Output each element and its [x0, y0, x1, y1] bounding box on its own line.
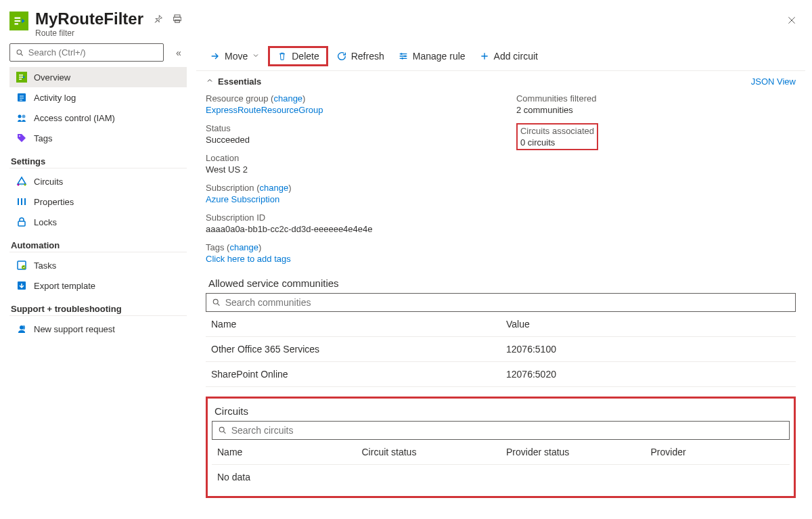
- export-icon: [16, 280, 27, 291]
- table-row[interactable]: SharePoint Online12076:5020: [206, 362, 796, 387]
- page-subtitle: Route filter: [35, 28, 143, 38]
- table-row[interactable]: Other Office 365 Services12076:5100: [206, 337, 796, 362]
- essentials-header[interactable]: Essentials JSON View: [206, 76, 796, 87]
- delete-label: Delete: [292, 51, 319, 62]
- json-view-link[interactable]: JSON View: [751, 76, 796, 87]
- column-header[interactable]: Provider status: [501, 440, 646, 465]
- essentials-field: Subscription (change)Azure Subscription: [206, 183, 516, 204]
- chevron-up-icon: [206, 76, 214, 87]
- svg-rect-16: [18, 221, 25, 226]
- plus-icon: [479, 51, 490, 62]
- collapse-sidebar-icon[interactable]: «: [171, 47, 187, 58]
- move-icon: [210, 51, 221, 62]
- column-header[interactable]: Provider: [646, 440, 790, 465]
- sidebar-item-activity-log[interactable]: Activity log: [9, 87, 187, 108]
- sidebar-item-label: Export template: [34, 281, 95, 291]
- essentials-left-column: Resource group (change)ExpressRouteResou…: [206, 93, 516, 264]
- column-header[interactable]: Circuit status: [357, 440, 501, 465]
- cell-name: SharePoint Online: [206, 362, 501, 387]
- field-label: Resource group (change): [206, 93, 516, 104]
- sidebar-item-new-support-request[interactable]: New support request: [9, 319, 187, 339]
- field-label: Circuits associated: [520, 126, 594, 136]
- blade-header: MyRouteFilter Route filter: [0, 0, 812, 42]
- communities-table: NameValue Other Office 365 Services12076…: [206, 312, 796, 387]
- essentials-field: LocationWest US 2: [206, 153, 516, 175]
- sidebar-item-properties[interactable]: Properties: [9, 191, 187, 212]
- print-icon[interactable]: [172, 14, 184, 26]
- move-button[interactable]: Move: [204, 48, 265, 64]
- delete-button[interactable]: Delete: [271, 48, 324, 64]
- svg-point-9: [19, 135, 20, 137]
- move-label: Move: [225, 51, 248, 62]
- field-value[interactable]: ExpressRouteResourceGroup: [206, 105, 516, 115]
- change-link[interactable]: change: [273, 93, 302, 104]
- command-bar: Move Delete Refresh Manage rule Add circ…: [196, 42, 805, 71]
- field-label: Status: [206, 123, 516, 133]
- circuits-search-input[interactable]: [231, 425, 784, 436]
- essentials-section: Essentials JSON View Resource group (cha…: [196, 71, 805, 269]
- column-header[interactable]: Value: [501, 312, 796, 337]
- column-header[interactable]: Name: [206, 312, 501, 337]
- field-label: Tags (change): [206, 242, 516, 252]
- change-link[interactable]: change: [259, 183, 288, 193]
- sidebar-item-tasks[interactable]: Tasks: [9, 255, 187, 275]
- sidebar-item-locks[interactable]: Locks: [9, 212, 187, 232]
- close-icon[interactable]: [784, 12, 800, 32]
- sidebar-item-overview[interactable]: Overview: [9, 67, 187, 87]
- svg-point-4: [17, 49, 21, 53]
- svg-rect-14: [21, 202, 22, 204]
- svg-rect-3: [175, 20, 180, 22]
- circuits-search[interactable]: [212, 421, 790, 440]
- sidebar-item-tags[interactable]: Tags: [9, 128, 187, 148]
- chevron-down-icon: [252, 51, 260, 62]
- svg-point-20: [20, 325, 24, 330]
- pin-icon[interactable]: [153, 14, 165, 26]
- sidebar-item-label: Tags: [34, 133, 52, 143]
- refresh-icon: [336, 51, 347, 62]
- svg-point-12: [24, 184, 26, 186]
- field-value: aaaa0a0a-bb1b-cc2c-dd3d-eeeeee4e4e4e: [206, 224, 516, 234]
- sidebar-section-header: Settings: [9, 148, 187, 168]
- svg-point-11: [18, 184, 20, 186]
- field-value: 0 circuits: [520, 137, 594, 148]
- refresh-button[interactable]: Refresh: [331, 48, 390, 64]
- sidebar-search-input[interactable]: [28, 47, 158, 58]
- add-circuit-button[interactable]: Add circuit: [474, 48, 543, 64]
- header-text: MyRouteFilter Route filter: [35, 9, 143, 38]
- sidebar-search[interactable]: [9, 43, 164, 62]
- sidebar-item-label: Circuits: [34, 177, 63, 187]
- column-header[interactable]: Name: [212, 440, 357, 465]
- field-value[interactable]: Click here to add tags: [206, 254, 516, 264]
- change-link[interactable]: change: [229, 242, 258, 252]
- sidebar-item-label: Overview: [34, 72, 70, 83]
- svg-rect-13: [18, 200, 19, 202]
- circuits-table: NameCircuit statusProvider statusProvide…: [212, 440, 790, 465]
- sidebar-item-circuits[interactable]: Circuits: [9, 171, 187, 191]
- svg-rect-15: [24, 199, 26, 201]
- manage-rule-button[interactable]: Manage rule: [392, 48, 471, 64]
- cell-value: 12076:5020: [501, 362, 796, 387]
- delete-highlight: Delete: [268, 46, 328, 66]
- sidebar-item-access-control-iam-[interactable]: Access control (IAM): [9, 108, 187, 128]
- field-label: Subscription (change): [206, 183, 516, 193]
- sidebar-section-header: Support + troubleshooting: [9, 296, 187, 316]
- field-value: Succeeded: [206, 135, 516, 145]
- svg-point-22: [404, 55, 406, 58]
- sidebar: « OverviewActivity logAccess control (IA…: [0, 42, 196, 346]
- sidebar-item-export-template[interactable]: Export template: [9, 275, 187, 296]
- essentials-field: Circuits associated0 circuits: [516, 123, 598, 150]
- communities-section: Allowed service communities NameValue Ot…: [206, 275, 796, 387]
- sidebar-item-label: Access control (IAM): [34, 113, 115, 123]
- sidebar-item-label: Properties: [34, 197, 74, 207]
- field-label: Communities filtered: [516, 93, 796, 104]
- circuits-nodata: No data: [212, 465, 790, 489]
- delete-icon: [277, 51, 288, 62]
- field-value[interactable]: Azure Subscription: [206, 194, 516, 204]
- communities-search-input[interactable]: [225, 297, 790, 308]
- svg-point-8: [22, 115, 26, 118]
- field-value: 2 communities: [516, 105, 796, 115]
- svg-point-24: [213, 299, 218, 304]
- essentials-title: Essentials: [218, 76, 261, 87]
- field-value: West US 2: [206, 164, 516, 175]
- communities-search[interactable]: [206, 293, 796, 312]
